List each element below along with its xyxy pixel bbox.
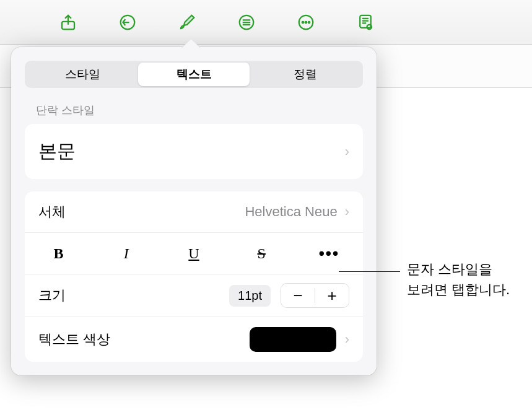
paragraph-style-card: 본문 ›: [25, 124, 363, 179]
document-view-button[interactable]: [353, 10, 378, 35]
size-increase-button[interactable]: +: [315, 284, 349, 307]
font-value: Helvetica Neue: [245, 204, 337, 220]
callout-leader-line: [339, 271, 400, 272]
text-format-card: 서체 Helvetica Neue › B I U S ••• 크기 11pt …: [25, 191, 363, 362]
toolbar: [0, 0, 532, 45]
chevron-right-icon: ›: [345, 204, 349, 220]
insert-button[interactable]: [234, 10, 259, 35]
size-row: 크기 11pt − +: [25, 274, 363, 317]
text-color-label: 텍스트 색상: [38, 330, 250, 349]
tab-align[interactable]: 정렬: [250, 63, 361, 86]
size-label: 크기: [38, 286, 229, 305]
tab-style[interactable]: 스타일: [27, 63, 138, 86]
chevron-right-icon: ›: [345, 331, 349, 348]
bold-button[interactable]: B: [25, 242, 92, 265]
paragraph-style-value: 본문: [38, 139, 345, 164]
callout-line2: 보려면 탭합니다.: [407, 279, 510, 300]
text-style-row: B I U S •••: [25, 233, 363, 274]
svg-point-6: [308, 21, 310, 23]
undo-icon: [118, 13, 137, 32]
share-button[interactable]: [56, 10, 81, 35]
svg-point-5: [305, 21, 307, 23]
undo-button[interactable]: [115, 10, 140, 35]
text-color-swatch[interactable]: [250, 327, 336, 352]
size-value: 11pt: [229, 285, 271, 307]
list-icon: [237, 13, 256, 32]
svg-point-8: [367, 24, 372, 29]
more-circle-icon: [297, 13, 315, 32]
paragraph-style-section-label: 단락 스타일: [36, 103, 363, 118]
font-row[interactable]: 서체 Helvetica Neue ›: [25, 191, 363, 233]
svg-point-4: [302, 21, 304, 23]
format-brush-button[interactable]: [175, 10, 199, 35]
more-text-options-button[interactable]: •••: [295, 242, 363, 265]
more-dots-icon: •••: [319, 244, 339, 263]
chevron-right-icon: ›: [345, 144, 349, 160]
font-label: 서체: [38, 203, 245, 221]
text-color-row[interactable]: 텍스트 색상 ›: [25, 317, 363, 362]
share-icon: [59, 13, 77, 32]
callout-text: 문자 스타일을 보려면 탭합니다.: [407, 259, 510, 300]
italic-button[interactable]: I: [92, 242, 160, 265]
svg-rect-7: [360, 15, 371, 27]
size-stepper: − +: [281, 283, 349, 308]
document-view-icon: [356, 13, 375, 32]
format-popover: 스타일 텍스트 정렬 단락 스타일 본문 › 서체 Helvetica Neue…: [11, 47, 377, 375]
underline-button[interactable]: U: [160, 242, 227, 265]
tab-text[interactable]: 텍스트: [138, 63, 250, 86]
more-button[interactable]: [294, 10, 318, 35]
brush-icon: [178, 13, 196, 32]
callout-line1: 문자 스타일을: [407, 259, 510, 279]
strikethrough-button[interactable]: S: [228, 242, 295, 265]
paragraph-style-row[interactable]: 본문 ›: [25, 124, 363, 179]
size-decrease-button[interactable]: −: [281, 284, 315, 307]
format-tabs: 스타일 텍스트 정렬: [25, 61, 363, 88]
